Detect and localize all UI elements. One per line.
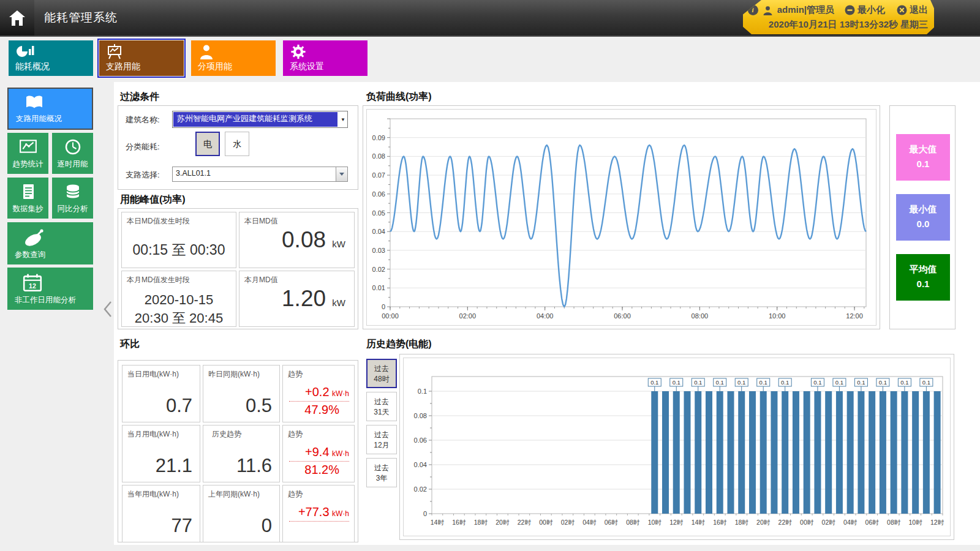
svg-text:12: 12 (29, 282, 36, 290)
lastyear-usage-card: 上年同期(kW·h)0 (203, 485, 280, 542)
energy-type-water-button[interactable]: 水 (225, 132, 249, 156)
stats-panel: 最大值0.1 最小值0.0 平均值0.1 (889, 105, 956, 329)
svg-text:04时: 04时 (843, 519, 858, 526)
svg-text:12时: 12时 (930, 519, 944, 526)
svg-text:10时: 10时 (909, 519, 923, 526)
tab-past-31d[interactable]: 过去31天 (366, 392, 397, 421)
svg-text:06时: 06时 (605, 519, 619, 526)
user-icon (763, 6, 773, 15)
svg-text:08:00: 08:00 (692, 312, 709, 320)
avg-value-card: 平均值0.1 (896, 254, 950, 301)
svg-text:0.09: 0.09 (372, 134, 385, 141)
peak-panel: 本日MD值发生时段 00:15 至 00:30 本日MD值 0.08 kW 本月… (118, 208, 358, 329)
person-icon (198, 43, 215, 62)
svg-text:18时: 18时 (735, 519, 749, 526)
energy-category-label: 分类能耗: (126, 141, 160, 152)
svg-text:00:00: 00:00 (382, 312, 399, 320)
svg-text:0.08: 0.08 (372, 152, 385, 160)
svg-text:0.1: 0.1 (835, 379, 843, 386)
sidebar-collapse-button[interactable] (103, 300, 113, 321)
svg-text:08时: 08时 (887, 519, 901, 526)
svg-text:10时: 10时 (648, 519, 662, 526)
svg-text:06时: 06时 (865, 519, 880, 526)
filter-panel: 建筑名称: 苏州智能电网产业园建筑能耗监测系统 ▼ 分类能耗: 电 水 支路选择… (118, 105, 358, 190)
md-today-value-card: 本日MD值 0.08 kW (239, 212, 355, 268)
svg-text:0.06: 0.06 (414, 437, 427, 444)
svg-text:0.02: 0.02 (414, 485, 427, 493)
svg-text:02时: 02时 (561, 519, 575, 526)
tab-past-48h[interactable]: 过去48时 (366, 359, 397, 388)
building-select[interactable]: 苏州智能电网产业园建筑能耗监测系统 ▼ (172, 111, 348, 128)
yesterday-usage-card: 昨日同期(kW·h)0.5 (203, 365, 280, 422)
svg-text:0.1: 0.1 (673, 379, 680, 386)
svg-text:06:00: 06:00 (614, 312, 631, 320)
svg-text:0.1: 0.1 (900, 379, 908, 386)
min-value-card: 最小值0.0 (896, 194, 950, 241)
md-month-period-card: 本月MD值发生时段 2020-10-1520:30 至 20:45 (121, 271, 236, 327)
load-curve-title: 负荷曲线(功率) (366, 91, 432, 103)
building-name-label: 建筑名称: (126, 114, 160, 126)
exit-button[interactable]: 退出 (897, 4, 928, 16)
sidebar-item-branch-overview[interactable]: 支路用能概况 (7, 88, 93, 130)
svg-text:12时: 12时 (669, 519, 684, 526)
nav-tab-branch-energy[interactable]: 支路用能 (99, 40, 184, 76)
svg-text:0.03: 0.03 (372, 247, 385, 254)
svg-text:0.05: 0.05 (372, 209, 385, 217)
svg-text:0.1: 0.1 (857, 379, 865, 386)
nav-tab-subitem-energy[interactable]: 分项用能 (191, 40, 276, 76)
svg-text:22时: 22时 (778, 519, 793, 526)
minimize-icon (845, 5, 855, 15)
svg-text:16时: 16时 (713, 519, 727, 526)
svg-text:00时: 00时 (539, 519, 553, 526)
svg-text:0.1: 0.1 (418, 388, 427, 395)
svg-text:02:00: 02:00 (459, 312, 477, 320)
tab-past-3y[interactable]: 过去3年 (366, 458, 397, 487)
gear-icon (290, 43, 307, 62)
branch-select-button[interactable] (336, 167, 347, 181)
branch-select[interactable]: 3.ALL01.1 (172, 167, 348, 182)
chevron-left-icon (103, 300, 113, 318)
calendar-icon: 12 (22, 273, 43, 295)
svg-text:0.1: 0.1 (813, 379, 821, 386)
nav-tab-system-settings[interactable]: 系统设置 (283, 40, 368, 76)
tab-past-12m[interactable]: 过去12月 (366, 425, 397, 454)
max-value-card: 最大值0.1 (896, 134, 950, 181)
energy-type-electric-button[interactable]: 电 (195, 132, 220, 156)
home-button[interactable] (0, 0, 34, 36)
sidebar-item-trend-stats[interactable]: 趋势统计 (7, 133, 48, 174)
svg-text:12:00: 12:00 (846, 312, 863, 320)
svg-text:14时: 14时 (692, 519, 706, 526)
day-trend-card: 趋势 +0.2 kW·h 47.9% (282, 365, 355, 422)
svg-text:14时: 14时 (431, 519, 445, 526)
svg-text:0.04: 0.04 (414, 461, 427, 468)
svg-text:22时: 22时 (518, 519, 532, 526)
year-usage-card: 当年用电(kW·h)77 (122, 485, 200, 542)
nav-tab-energy-overview[interactable]: 能耗概况 (9, 40, 93, 76)
minimize-button[interactable]: 最小化 (845, 4, 885, 16)
database-icon (64, 183, 81, 203)
close-icon (897, 5, 907, 15)
svg-text:0.07: 0.07 (372, 171, 385, 179)
dropdown-arrow-icon (339, 173, 344, 176)
presentation-chart-icon (106, 43, 123, 62)
svg-text:0.06: 0.06 (372, 190, 385, 198)
book-icon (23, 94, 45, 113)
sidebar-item-yoy-analysis[interactable]: 同比分析 (52, 178, 93, 219)
history-section-title: 历史趋势(电能) (366, 338, 432, 351)
svg-text:00时: 00时 (800, 519, 814, 526)
svg-text:0.1: 0.1 (922, 379, 930, 386)
page-title: 能耗管理系统 (44, 0, 118, 36)
history-trend-chart: 00.020.040.060.080.114时16时18时20时22时00时02… (403, 358, 951, 536)
sidebar-item-data-collection[interactable]: 数据集抄 (7, 178, 48, 219)
branch-select-label: 支路选择: (126, 170, 160, 181)
svg-text:0: 0 (382, 303, 385, 310)
svg-text:04时: 04时 (582, 519, 597, 526)
datetime-label: 2020年10月21日 13时13分32秒 星期三 (769, 19, 928, 31)
md-today-period-card: 本日MD值发生时段 00:15 至 00:30 (121, 212, 236, 268)
sidebar-item-parameter-query[interactable]: 参数查询 (7, 222, 93, 264)
sidebar-item-hourly-energy[interactable]: 逐时用能 (52, 133, 93, 174)
info-icon[interactable]: i (748, 5, 758, 15)
app-header: 能耗管理系统 i admin|管理员 最小化 退出 2020年10月21日 13… (0, 0, 980, 37)
document-icon (20, 183, 36, 203)
sidebar-item-nonworkday-analysis[interactable]: 12 非工作日用能分析 (7, 268, 93, 310)
